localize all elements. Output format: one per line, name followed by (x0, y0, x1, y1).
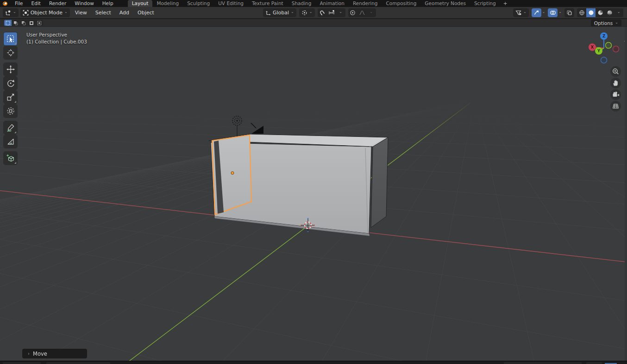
proportional-edit-icon (350, 10, 356, 16)
camera-object[interactable] (251, 123, 263, 134)
tool-measure[interactable] (4, 135, 17, 148)
hand-pan-icon (612, 80, 619, 86)
workspace-tab-texture-paint[interactable]: Texture Paint (248, 0, 288, 7)
chevron-down-icon: ⌄ (370, 10, 373, 14)
tool-submenu-corner (14, 43, 16, 44)
viewport-camera-button[interactable] (610, 89, 621, 100)
gizmo-y-label: Y (597, 49, 601, 53)
proportional-edit-controls: ⌄ (348, 8, 376, 17)
gizmo-z-label: Z (602, 34, 605, 38)
add-workspace-button[interactable]: + (500, 0, 511, 7)
tool-add-cube[interactable] (4, 152, 17, 165)
viewport-menu-object[interactable]: Object (134, 10, 157, 16)
tool-scale[interactable] (4, 91, 17, 104)
workspace-tab-modeling[interactable]: Modeling (152, 0, 183, 7)
rotate-tool-icon (6, 79, 15, 88)
shading-rendered-button[interactable] (605, 8, 614, 17)
menu-render[interactable]: Render (45, 0, 70, 7)
mode-selector[interactable]: Object Mode ⌄ (20, 8, 70, 17)
shading-material-button[interactable] (596, 8, 605, 17)
select-mode-extend-button[interactable] (12, 20, 19, 26)
chevron-down-icon: ⌄ (523, 10, 527, 14)
solid-sphere-icon (588, 10, 594, 16)
menu-window[interactable]: Window (70, 0, 98, 7)
workspace-tab-rendering[interactable]: Rendering (349, 0, 382, 7)
wireframe-sphere-icon (579, 10, 585, 16)
tool-move[interactable] (4, 63, 17, 76)
scale-tool-icon (6, 93, 15, 102)
viewport-menu-select[interactable]: Select (92, 10, 114, 16)
select-invert-icon (29, 21, 34, 25)
tool-rotate[interactable] (4, 77, 17, 90)
workspace-tab-sculpting[interactable]: Sculpting (183, 0, 214, 7)
gizmo-axis-neg-x[interactable] (613, 46, 619, 52)
select-mode-invert-button[interactable] (28, 20, 35, 26)
select-mode-set-button[interactable] (4, 20, 12, 26)
show-gizmo-toggle[interactable] (532, 8, 541, 17)
tool-transform[interactable] (4, 105, 17, 117)
shading-dropdown[interactable]: ⌄ (614, 8, 623, 17)
statusbar-segment (46, 362, 110, 364)
menu-edit[interactable]: Edit (27, 0, 45, 7)
editor-type-selector[interactable]: ⌄ (3, 8, 19, 17)
shading-wireframe-button[interactable] (577, 8, 586, 17)
operator-panel-move[interactable]: › Move (22, 349, 87, 358)
left-toolbar (4, 32, 17, 166)
transform-tool-icon (6, 106, 15, 116)
object-type-visibility[interactable]: ⌄ (513, 8, 529, 17)
menu-help[interactable]: Help (98, 0, 118, 7)
selected-door-object[interactable] (212, 135, 251, 215)
gizmo-axis-neg-y[interactable] (606, 43, 612, 49)
workspace-tab-shading[interactable]: Shading (288, 0, 316, 7)
viewport-menu-view[interactable]: View (72, 10, 90, 16)
viewport-menu-add[interactable]: Add (116, 10, 132, 16)
viewport-zoom-button[interactable] (610, 66, 621, 77)
select-mode-buttons (4, 20, 43, 26)
proportional-falloff-selector[interactable] (357, 8, 367, 17)
expand-chevron-icon: › (28, 351, 30, 356)
workspace-tab-geometry-nodes[interactable]: Geometry Nodes (420, 0, 470, 7)
select-intersect-icon (37, 21, 42, 25)
xray-toggle[interactable] (564, 8, 574, 17)
select-mode-intersect-button[interactable] (36, 20, 43, 26)
options-dropdown[interactable]: Options ⌄ (591, 19, 621, 26)
annotate-pen-icon (6, 123, 15, 132)
proportional-edit-toggle[interactable] (348, 8, 357, 17)
chevron-down-icon: ⌄ (309, 10, 313, 14)
perspective-grid-icon (612, 103, 619, 110)
workspace-tab-layout[interactable]: Layout (128, 0, 153, 7)
gizmo-dropdown-chevron-icon[interactable]: ⌄ (542, 10, 545, 14)
workspace-tabs: Layout Modeling Sculpting UV Editing Tex… (128, 0, 511, 7)
tool-select-box[interactable] (4, 32, 17, 45)
menu-file[interactable]: File (11, 0, 27, 7)
tool-annotate[interactable] (4, 121, 17, 134)
shading-solid-button[interactable] (586, 8, 596, 17)
viewport-ortho-toggle-button[interactable] (610, 101, 621, 111)
workspace-tab-animation[interactable]: Animation (315, 0, 349, 7)
magnifier-zoom-icon (612, 68, 619, 75)
workspace-tab-uv-editing[interactable]: UV Editing (214, 0, 248, 7)
snap-dropdown[interactable]: ⌄ (336, 8, 345, 17)
camera-view-icon (612, 92, 620, 98)
show-overlays-toggle[interactable] (548, 8, 558, 17)
chevron-down-icon: ⌄ (339, 10, 342, 14)
pivot-point-selector[interactable]: ⌄ (299, 8, 315, 17)
falloff-dropdown[interactable]: ⌄ (367, 8, 376, 17)
workspace-tab-compositing[interactable]: Compositing (382, 0, 421, 7)
snap-toggle[interactable] (318, 8, 327, 17)
overlays-dropdown-chevron-icon[interactable]: ⌄ (558, 10, 562, 14)
topbar: File Edit Render Window Help Layout Mode… (0, 0, 627, 7)
rendered-sphere-icon (607, 10, 613, 16)
workspace-tab-scripting[interactable]: Scripting (470, 0, 500, 7)
gizmo-icon (533, 10, 539, 16)
tool-cursor[interactable] (4, 46, 17, 59)
select-mode-subtract-button[interactable] (20, 20, 27, 26)
transform-orientation-selector[interactable]: Global ⌄ (263, 8, 296, 17)
blender-logo-icon[interactable] (2, 0, 8, 6)
viewport-pan-button[interactable] (610, 78, 621, 88)
viewport-3d[interactable]: Z X Y User Perspective (1) Collection | … (0, 27, 627, 361)
snap-target-selector[interactable] (327, 8, 336, 17)
material-sphere-icon (597, 10, 603, 16)
shading-mode-buttons: ⌄ (577, 8, 623, 17)
gizmo-axis-neg-z[interactable] (601, 57, 607, 63)
